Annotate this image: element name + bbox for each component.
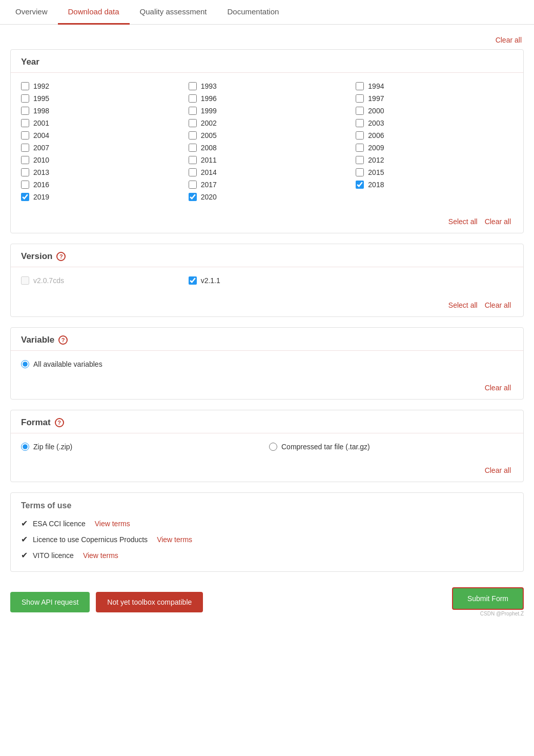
version-clear-all-button[interactable]: Clear all — [483, 300, 513, 310]
year-checkbox-2016[interactable] — [21, 181, 29, 189]
year-select-all-button[interactable]: Select all — [446, 216, 480, 227]
format-radio-tar[interactable] — [269, 443, 277, 451]
format-label-tar: Compressed tar file (.tar.gz) — [281, 443, 370, 451]
year-label-2017: 2017 — [201, 181, 217, 189]
year-label-2010: 2010 — [33, 156, 49, 164]
year-checkbox-2008[interactable] — [189, 144, 197, 152]
terms-item: ✔ESA CCI licenceView terms — [21, 515, 513, 531]
watermark: CSDN @Prophet.Z — [452, 611, 524, 616]
year-checkbox-1993[interactable] — [189, 82, 197, 90]
year-checkbox-2019[interactable] — [21, 193, 29, 201]
year-label-2016: 2016 — [33, 181, 49, 189]
year-checkbox-2003[interactable] — [356, 119, 364, 127]
year-label-1997: 1997 — [368, 94, 384, 103]
year-checkbox-2020[interactable] — [189, 193, 197, 201]
year-item-2015: 2015 — [356, 168, 513, 176]
format-item-zip: Zip file (.zip) — [21, 443, 265, 451]
version-checkbox-v2.0.7cds — [21, 276, 29, 285]
year-label-1993: 1993 — [201, 82, 217, 90]
terms-title: Terms of use — [21, 501, 513, 510]
year-item-2007: 2007 — [21, 144, 178, 152]
format-label-zip: Zip file (.zip) — [33, 443, 72, 451]
tab-documentation[interactable]: Documentation — [217, 0, 289, 25]
year-item-1996: 1996 — [189, 94, 346, 103]
year-checkbox-1997[interactable] — [356, 94, 364, 103]
submit-form-button[interactable]: Submit Form — [452, 587, 524, 610]
top-clear-all-button[interactable]: Clear all — [494, 35, 524, 45]
variable-item-all_available: All available variables — [21, 360, 513, 368]
year-checkbox-2012[interactable] — [356, 156, 364, 164]
version-section: Version ? v2.0.7cdsv2.1.1 Select all Cle… — [10, 244, 524, 317]
format-help-icon[interactable]: ? — [55, 418, 64, 427]
tab-download-data[interactable]: Download data — [58, 0, 130, 25]
year-checkbox-1999[interactable] — [189, 107, 197, 115]
year-checkbox-1995[interactable] — [21, 94, 29, 103]
year-item-1992: 1992 — [21, 82, 178, 90]
year-checkbox-2011[interactable] — [189, 156, 197, 164]
year-item-1994: 1994 — [356, 82, 513, 90]
version-help-icon[interactable]: ? — [56, 252, 66, 261]
year-item-1995: 1995 — [21, 94, 178, 103]
year-checkbox-2014[interactable] — [189, 168, 197, 176]
variable-radio-all_available[interactable] — [21, 360, 29, 368]
version-item-v2.1.1: v2.1.1 — [189, 276, 346, 285]
variable-section-title: Variable — [21, 335, 54, 345]
not-toolbox-compatible-button[interactable]: Not yet toolbox compatible — [96, 592, 203, 612]
tab-overview[interactable]: Overview — [5, 0, 58, 25]
year-checkbox-2018[interactable] — [356, 181, 364, 189]
variable-label-all_available: All available variables — [33, 360, 102, 368]
version-label-v2.1.1: v2.1.1 — [201, 276, 220, 285]
year-checkbox-2000[interactable] — [356, 107, 364, 115]
tab-quality-assessment[interactable]: Quality assessment — [130, 0, 217, 25]
year-checkbox-2013[interactable] — [21, 168, 29, 176]
format-section: Format ? Zip file (.zip)Compressed tar f… — [10, 410, 524, 482]
year-label-2014: 2014 — [201, 168, 217, 176]
year-item-2013: 2013 — [21, 168, 178, 176]
year-item-2017: 2017 — [189, 181, 346, 189]
variable-clear-all-button[interactable]: Clear all — [483, 383, 513, 393]
version-item-v2.0.7cds: v2.0.7cds — [21, 276, 178, 285]
year-checkbox-2002[interactable] — [189, 119, 197, 127]
year-checkbox-2006[interactable] — [356, 131, 364, 140]
year-checkbox-2001[interactable] — [21, 119, 29, 127]
year-item-2001: 2001 — [21, 119, 178, 127]
year-checkbox-2005[interactable] — [189, 131, 197, 140]
year-label-1996: 1996 — [201, 94, 217, 103]
format-clear-all-button[interactable]: Clear all — [483, 465, 513, 475]
year-checkbox-2009[interactable] — [356, 144, 364, 152]
format-grid: Zip file (.zip)Compressed tar file (.tar… — [21, 443, 513, 455]
year-item-2006: 2006 — [356, 131, 513, 140]
year-label-2008: 2008 — [201, 144, 217, 152]
terms-view-link[interactable]: View terms — [95, 520, 130, 528]
version-checkbox-v2.1.1[interactable] — [189, 276, 197, 285]
terms-view-link[interactable]: View terms — [157, 535, 192, 544]
action-bar: Show API request Not yet toolbox compati… — [10, 582, 524, 622]
year-checkbox-2004[interactable] — [21, 131, 29, 140]
year-checkbox-1998[interactable] — [21, 107, 29, 115]
year-label-1992: 1992 — [33, 82, 49, 90]
year-checkbox-1994[interactable] — [356, 82, 364, 90]
year-item-2011: 2011 — [189, 156, 346, 164]
year-clear-all-button[interactable]: Clear all — [483, 216, 513, 227]
year-checkbox-2015[interactable] — [356, 168, 364, 176]
year-checkbox-1992[interactable] — [21, 82, 29, 90]
format-radio-zip[interactable] — [21, 443, 29, 451]
year-item-2014: 2014 — [189, 168, 346, 176]
year-label-1998: 1998 — [33, 107, 49, 115]
terms-checkmark-icon: ✔ — [21, 519, 28, 528]
show-api-request-button[interactable]: Show API request — [10, 592, 90, 612]
year-checkbox-2007[interactable] — [21, 144, 29, 152]
year-checkbox-2017[interactable] — [189, 181, 197, 189]
year-checkbox-2010[interactable] — [21, 156, 29, 164]
version-select-all-button[interactable]: Select all — [446, 300, 480, 310]
variable-help-icon[interactable]: ? — [58, 335, 68, 345]
year-label-2020: 2020 — [201, 193, 217, 201]
terms-section: Terms of use ✔ESA CCI licenceView terms✔… — [10, 492, 524, 572]
year-checkbox-1996[interactable] — [189, 94, 197, 103]
variable-section: Variable ? All available variables Clear… — [10, 327, 524, 400]
year-label-1994: 1994 — [368, 82, 384, 90]
year-item-2012: 2012 — [356, 156, 513, 164]
terms-label: VITO licence — [33, 551, 74, 560]
year-item-2020: 2020 — [189, 193, 346, 201]
terms-view-link[interactable]: View terms — [83, 551, 118, 560]
